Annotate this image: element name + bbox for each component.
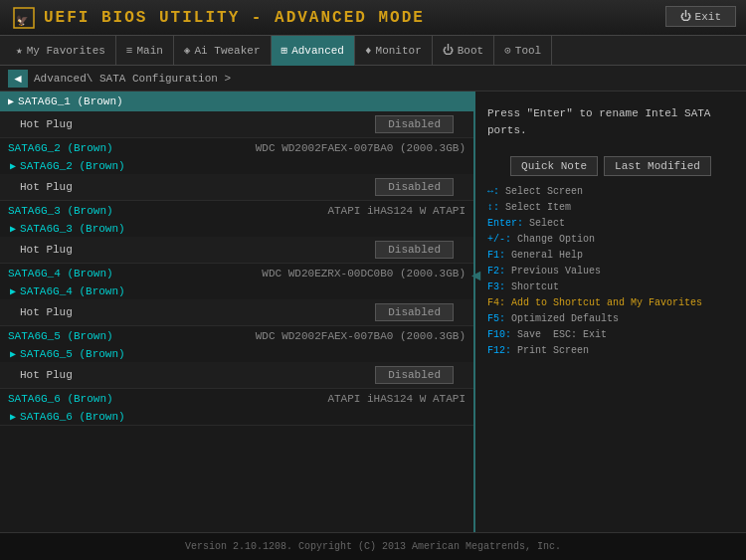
exit-label: Exit	[695, 11, 721, 23]
footer: Version 2.10.1208. Copyright (C) 2013 Am…	[0, 532, 746, 560]
nav-label-ai-tweaker: Ai Tweaker	[194, 45, 260, 57]
sata-drive-info-2: WDC WD2002FAEX-007BA0 (2000.3GB)	[256, 142, 466, 154]
sata-title-5-label: SATA6G_5 (Brown)	[8, 330, 113, 342]
sata-sub-label-5[interactable]: ▶ SATA6G_5 (Brown)	[0, 346, 473, 362]
shortcut-item-f1: F1: General Help	[487, 248, 734, 264]
sata-group-6: SATA6G_6 (Brown) ATAPI iHAS124 W ATAPI ▶…	[0, 389, 473, 426]
hot-plug-value-4[interactable]: Disabled	[375, 303, 454, 321]
nav-label-advanced: Advanced	[291, 45, 344, 57]
quick-buttons: Quick Note Last Modified	[483, 156, 738, 176]
header: 🦅 UEFI BIOS UTILITY - ADVANCED MODE ⏻ Ex…	[0, 0, 746, 36]
sata-header-row-6[interactable]: SATA6G_6 (Brown) ATAPI iHAS124 W ATAPI	[0, 389, 473, 409]
quick-note-button[interactable]: Quick Note	[510, 156, 598, 176]
boot-icon: ⏻	[443, 44, 454, 57]
shortcut-item-f12: F12: Print Screen	[487, 343, 734, 359]
sata-header-row-3[interactable]: SATA6G_3 (Brown) ATAPI iHAS124 W ATAPI	[0, 201, 473, 221]
hot-plug-row-1: Hot Plug Disabled	[0, 111, 473, 137]
nav-label-favorites: My Favorites	[27, 45, 105, 57]
shortcuts-panel: ↔: Select Screen ↕: Select Item Enter: S…	[483, 184, 738, 359]
nav-label-boot: Boot	[458, 45, 483, 57]
sata-group-3: SATA6G_3 (Brown) ATAPI iHAS124 W ATAPI ▶…	[0, 201, 473, 264]
sata-group-5: SATA6G_5 (Brown) WDC WD2002FAEX-007BA0 (…	[0, 326, 473, 389]
nav-item-monitor[interactable]: ♦ Monitor	[355, 36, 433, 66]
nav-item-ai-tweaker[interactable]: ◈ Ai Tweaker	[174, 36, 272, 66]
hot-plug-label-3: Hot Plug	[20, 244, 73, 256]
sata-sub-label-4[interactable]: ▶ SATA6G_4 (Brown)	[0, 283, 473, 299]
sata-drive-info-4: WDC WD20EZRX-00DC0B0 (2000.3GB)	[262, 268, 466, 280]
hot-plug-row-3: Hot Plug Disabled	[0, 237, 473, 263]
hot-plug-value-5[interactable]: Disabled	[375, 366, 454, 384]
sata-arrow-icon-1: ▶	[8, 95, 14, 107]
sata-title-2-label: SATA6G_2 (Brown)	[8, 142, 113, 154]
ai-tweaker-icon: ◈	[184, 44, 191, 57]
hot-plug-value-3[interactable]: Disabled	[375, 241, 454, 259]
svg-text:🦅: 🦅	[16, 14, 29, 27]
hot-plug-row-5: Hot Plug Disabled	[0, 362, 473, 388]
hot-plug-value-1[interactable]: Disabled	[375, 115, 454, 133]
hot-plug-label-4: Hot Plug	[20, 306, 73, 318]
nav-label-main: Main	[136, 45, 162, 57]
sata-sub-label-3[interactable]: ▶ SATA6G_3 (Brown)	[0, 221, 473, 237]
sata-title-4-label: SATA6G_4 (Brown)	[8, 268, 113, 280]
sata-header-row-4[interactable]: SATA6G_4 (Brown) WDC WD20EZRX-00DC0B0 (2…	[0, 264, 473, 283]
sata-sub-arrow-5: ▶	[10, 348, 16, 360]
scroll-indicator: ◄	[471, 268, 481, 285]
hot-plug-value-2[interactable]: Disabled	[375, 178, 454, 196]
navbar: ★ My Favorites ≡ Main ◈ Ai Tweaker ⊞ Adv…	[0, 36, 746, 66]
help-text: Press "Enter" to rename Intel SATA ports…	[483, 99, 738, 144]
main-content: ▶ SATA6G_1 (Brown) Hot Plug Disabled SAT…	[0, 92, 746, 532]
sata-title-3-label: SATA6G_3 (Brown)	[8, 205, 113, 217]
sata-sub-label-2[interactable]: ▶ SATA6G_2 (Brown)	[0, 158, 473, 174]
sata-drive-info-3: ATAPI iHAS124 W ATAPI	[327, 205, 466, 217]
shortcut-item-change: +/-: Change Option	[487, 232, 734, 248]
shortcut-item-screen: ↔: Select Screen	[487, 184, 734, 200]
sata-sub-arrow-6: ▶	[10, 411, 16, 423]
breadcrumb: Advanced\ SATA Configuration >	[34, 73, 231, 85]
sata-sub-arrow-3: ▶	[10, 223, 16, 235]
sata-header-row-1[interactable]: ▶ SATA6G_1 (Brown)	[0, 92, 473, 111]
header-title: UEFI BIOS UTILITY - ADVANCED MODE	[44, 9, 425, 27]
tool-icon: ⊙	[504, 44, 511, 57]
sata-group-2: SATA6G_2 (Brown) WDC WD2002FAEX-007BA0 (…	[0, 138, 473, 201]
breadcrumb-bar: ◄ Advanced\ SATA Configuration >	[0, 66, 746, 92]
hot-plug-row-2: Hot Plug Disabled	[0, 174, 473, 200]
shortcut-item-f2: F2: Previous Values	[487, 264, 734, 280]
sata-sub-arrow-4: ▶	[10, 285, 16, 297]
main-icon: ≡	[126, 45, 133, 57]
sata-group-4: SATA6G_4 (Brown) WDC WD20EZRX-00DC0B0 (2…	[0, 264, 473, 326]
sata-sub-arrow-2: ▶	[10, 160, 16, 172]
nav-item-boot[interactable]: ⏻ Boot	[433, 36, 494, 66]
exit-button[interactable]: ⏻ Exit	[665, 6, 736, 27]
shortcut-item-f4: F4: Add to Shortcut and My Favorites	[487, 295, 734, 311]
shortcut-item-item: ↕: Select Item	[487, 200, 734, 216]
nav-label-monitor: Monitor	[376, 45, 422, 57]
asus-logo-icon: 🦅	[10, 4, 38, 32]
sata-title-1: ▶ SATA6G_1 (Brown)	[8, 95, 123, 107]
footer-text: Version 2.10.1208. Copyright (C) 2013 Am…	[185, 541, 561, 552]
nav-item-main[interactable]: ≡ Main	[116, 36, 174, 66]
nav-label-tool: Tool	[515, 45, 541, 57]
favorites-icon: ★	[16, 44, 23, 57]
shortcut-item-f3: F3: Shortcut	[487, 280, 734, 295]
exit-icon: ⏻	[680, 10, 691, 23]
hot-plug-label-5: Hot Plug	[20, 369, 73, 381]
sata-header-row-5[interactable]: SATA6G_5 (Brown) WDC WD2002FAEX-007BA0 (…	[0, 326, 473, 346]
sata-sub-label-6[interactable]: ▶ SATA6G_6 (Brown)	[0, 409, 473, 425]
left-panel: ▶ SATA6G_1 (Brown) Hot Plug Disabled SAT…	[0, 92, 475, 532]
hot-plug-row-4: Hot Plug Disabled	[0, 299, 473, 325]
sata-header-row-2[interactable]: SATA6G_2 (Brown) WDC WD2002FAEX-007BA0 (…	[0, 138, 473, 158]
nav-item-favorites[interactable]: ★ My Favorites	[6, 36, 116, 66]
hot-plug-label-1: Hot Plug	[20, 118, 73, 130]
nav-item-advanced[interactable]: ⊞ Advanced	[272, 36, 355, 66]
back-button[interactable]: ◄	[8, 70, 28, 88]
shortcut-item-f5: F5: Optimized Defaults	[487, 311, 734, 327]
sata-drive-info-6: ATAPI iHAS124 W ATAPI	[327, 393, 466, 405]
sata-group-1: ▶ SATA6G_1 (Brown) Hot Plug Disabled	[0, 92, 473, 138]
nav-item-tool[interactable]: ⊙ Tool	[494, 36, 552, 66]
shortcut-item-enter: Enter: Select	[487, 216, 734, 232]
header-logo: 🦅 UEFI BIOS UTILITY - ADVANCED MODE	[10, 4, 425, 32]
last-modified-button[interactable]: Last Modified	[604, 156, 711, 176]
right-panel: ◄ Press "Enter" to rename Intel SATA por…	[475, 92, 746, 532]
shortcut-item-f10: F10: Save ESC: Exit	[487, 327, 734, 343]
sata-title-6-label: SATA6G_6 (Brown)	[8, 393, 113, 405]
